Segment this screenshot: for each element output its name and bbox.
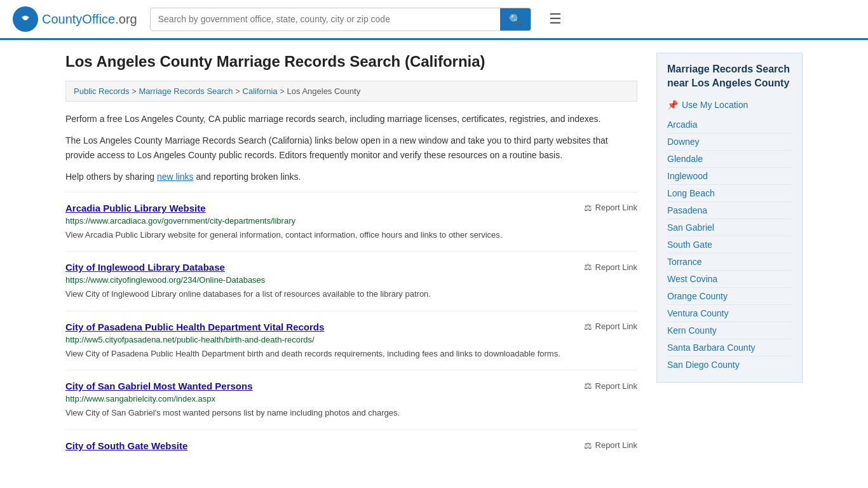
result-title-0[interactable]: Arcadia Public Library Website	[65, 203, 206, 214]
sidebar-link-2[interactable]: Glendale	[667, 151, 792, 168]
sidebar-link-7[interactable]: South Gate	[667, 236, 792, 254]
result-description-2: View City of Pasadena Public Health Depa…	[65, 348, 637, 360]
sidebar-link-5[interactable]: Pasadena	[667, 202, 792, 219]
use-my-location-link[interactable]: 📌 Use My Location	[667, 100, 792, 110]
sidebar-link-14[interactable]: San Diego County	[667, 356, 792, 373]
search-button[interactable]: 🔍	[500, 8, 531, 30]
breadcrumb: Public Records > Marriage Records Search…	[65, 81, 637, 102]
result-header: City of San Gabriel Most Wanted Persons …	[65, 381, 637, 391]
sidebar-link-8[interactable]: Torrance	[667, 254, 792, 271]
description-para-3: Help others by sharing new links and rep…	[65, 170, 637, 184]
result-description-0: View Arcadia Public Library website for …	[65, 229, 637, 241]
sidebar-link-9[interactable]: West Covina	[667, 271, 792, 288]
sidebar: Marriage Records Search near Los Angeles…	[656, 53, 803, 464]
search-icon: 🔍	[509, 14, 522, 25]
sidebar-link-6[interactable]: San Gabriel	[667, 219, 792, 236]
content-area: Los Angeles County Marriage Records Sear…	[65, 53, 637, 464]
breadcrumb-marriage-records[interactable]: Marriage Records Search	[139, 86, 233, 96]
report-link-3[interactable]: ⚖ Report Link	[584, 381, 637, 391]
report-label-1: Report Link	[595, 262, 637, 272]
result-item: City of San Gabriel Most Wanted Persons …	[65, 370, 637, 430]
result-item: Arcadia Public Library Website ⚖ Report …	[65, 192, 637, 252]
report-link-1[interactable]: ⚖ Report Link	[584, 262, 637, 272]
sidebar-title: Marriage Records Search near Los Angeles…	[667, 62, 792, 91]
sidebar-link-1[interactable]: Downey	[667, 133, 792, 151]
sidebar-link-3[interactable]: Inglewood	[667, 168, 792, 185]
report-icon-0: ⚖	[584, 203, 592, 213]
result-title-1[interactable]: City of Inglewood Library Database	[65, 262, 225, 273]
sidebar-link-0[interactable]: Arcadia	[667, 116, 792, 133]
sidebar-link-11[interactable]: Ventura County	[667, 305, 792, 322]
result-header: Arcadia Public Library Website ⚖ Report …	[65, 203, 637, 214]
location-pin-icon: 📌	[667, 100, 678, 110]
report-label-0: Report Link	[595, 203, 637, 212]
result-header: City of Pasadena Public Health Departmen…	[65, 322, 637, 332]
report-link-0[interactable]: ⚖ Report Link	[584, 203, 637, 213]
logo-icon	[13, 6, 38, 32]
report-icon-4: ⚖	[584, 440, 592, 451]
sidebar-link-4[interactable]: Long Beach	[667, 185, 792, 202]
result-item: City of South Gate Website ⚖ Report Link	[65, 430, 637, 464]
result-url-2[interactable]: http://ww5.cityofpasadena.net/public-hea…	[65, 335, 637, 344]
logo[interactable]: CountyOffice.org	[13, 6, 137, 32]
page-title: Los Angeles County Marriage Records Sear…	[65, 53, 637, 71]
report-label-2: Report Link	[595, 322, 637, 331]
result-description-1: View City of Inglewood Library online da…	[65, 288, 637, 301]
logo-text: CountyOffice.org	[42, 12, 137, 27]
result-url-0[interactable]: https://www.arcadiaca.gov/government/cit…	[65, 216, 637, 226]
breadcrumb-current: Los Angeles County	[287, 86, 361, 96]
breadcrumb-california[interactable]: California	[243, 86, 278, 96]
sidebar-link-13[interactable]: Santa Barbara County	[667, 339, 792, 356]
breadcrumb-sep-3: >	[280, 87, 285, 96]
description-para-2: The Los Angeles County Marriage Records …	[65, 133, 637, 162]
breadcrumb-sep-2: >	[236, 87, 240, 96]
result-item: City of Inglewood Library Database ⚖ Rep…	[65, 251, 637, 311]
result-title-3[interactable]: City of San Gabriel Most Wanted Persons	[65, 381, 253, 391]
result-url-1[interactable]: https://www.cityofinglewood.org/234/Onli…	[65, 275, 637, 285]
main-container: Los Angeles County Marriage Records Sear…	[53, 40, 815, 477]
sidebar-links: ArcadiaDowneyGlendaleInglewoodLong Beach…	[667, 116, 792, 373]
report-icon-1: ⚖	[584, 262, 592, 272]
report-link-2[interactable]: ⚖ Report Link	[584, 322, 637, 332]
breadcrumb-sep-1: >	[132, 87, 136, 96]
header: CountyOffice.org 🔍 ☰	[0, 0, 868, 40]
breadcrumb-public-records[interactable]: Public Records	[74, 86, 129, 96]
result-url-3[interactable]: http://www.sangabrielcity.com/index.aspx	[65, 394, 637, 403]
hamburger-icon: ☰	[549, 11, 562, 27]
result-description-3: View City of San Gabriel's most wanted p…	[65, 407, 637, 419]
report-link-4[interactable]: ⚖ Report Link	[584, 440, 637, 451]
report-icon-3: ⚖	[584, 381, 592, 391]
description-para-1: Perform a free Los Angeles County, CA pu…	[65, 112, 637, 126]
search-input[interactable]	[151, 9, 500, 29]
report-icon-2: ⚖	[584, 322, 592, 332]
svg-point-1	[24, 16, 27, 20]
result-header: City of Inglewood Library Database ⚖ Rep…	[65, 262, 637, 273]
sidebar-box: Marriage Records Search near Los Angeles…	[656, 53, 803, 383]
menu-button[interactable]: ☰	[544, 8, 567, 30]
sidebar-link-12[interactable]: Kern County	[667, 322, 792, 339]
new-links-link[interactable]: new links	[157, 172, 194, 182]
result-item: City of Pasadena Public Health Departmen…	[65, 311, 637, 370]
result-header: City of South Gate Website ⚖ Report Link	[65, 440, 637, 451]
report-label-3: Report Link	[595, 381, 637, 391]
results-list: Arcadia Public Library Website ⚖ Report …	[65, 192, 637, 464]
sidebar-link-10[interactable]: Orange County	[667, 288, 792, 305]
search-container: 🔍	[150, 8, 531, 31]
result-title-2[interactable]: City of Pasadena Public Health Departmen…	[65, 322, 324, 332]
report-label-4: Report Link	[595, 440, 637, 450]
result-title-4[interactable]: City of South Gate Website	[65, 440, 187, 451]
